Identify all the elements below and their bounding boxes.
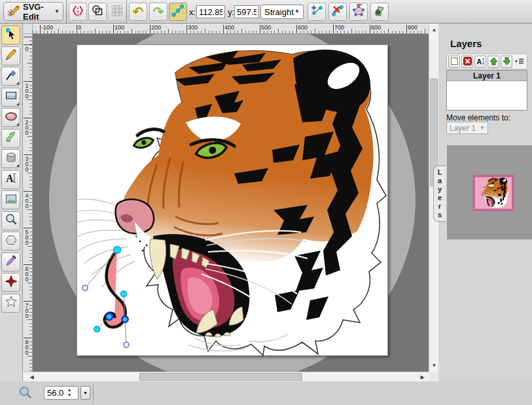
scroll-up-arrow[interactable]: ▲ [429, 25, 439, 35]
delete-node-button[interactable] [328, 3, 347, 21]
magnifier-icon [5, 213, 18, 228]
chevron-down-icon: ▼ [83, 391, 88, 395]
redo-button[interactable]: ↷ [149, 3, 168, 21]
top-toolbar: SVG-Edit ▼ s v g ↶ ↷ [0, 0, 532, 24]
image-icon [5, 192, 18, 208]
ruler-top-label: 900 [408, 24, 417, 31]
wireframe-icon [91, 4, 104, 20]
tool-shape-library[interactable] [1, 149, 20, 168]
ruler-left-label: 500 [24, 229, 30, 245]
y-coordinate-input[interactable] [234, 5, 259, 18]
svgedit-logo-icon [7, 4, 20, 20]
tool-text[interactable]: A [1, 170, 20, 189]
undo-icon: ↶ [133, 5, 144, 18]
zoom-spinner[interactable]: ▴ ▾ [68, 387, 71, 398]
svg-canvas[interactable] [77, 44, 388, 356]
undo-button[interactable]: ↶ [129, 3, 147, 21]
ruler-left-label: 300 [24, 156, 30, 171]
down-arrow-icon [503, 57, 511, 67]
four-point-star-icon [5, 275, 18, 291]
horizontal-scroll-thumb[interactable] [139, 373, 302, 381]
layer-list: Layer 1 [446, 70, 527, 111]
x-coordinate-label: x: [189, 7, 196, 17]
ruler-top-label: 500 [261, 24, 271, 31]
select-arrow-icon [5, 27, 18, 43]
edit-source-button[interactable]: s v g [69, 3, 87, 21]
delete-layer-button[interactable] [461, 56, 473, 68]
delete-node-icon [331, 4, 344, 20]
delete-layer-icon [463, 57, 472, 67]
segment-type-select[interactable]: Straight ▼ [260, 5, 304, 19]
move-elements-label: Move elements to: [446, 113, 510, 122]
add-node-icon [310, 4, 323, 20]
layer-menu-icon [515, 57, 524, 67]
tool-line[interactable] [1, 67, 20, 86]
pencil-icon [5, 48, 18, 63]
chevron-down-icon: ▼ [54, 9, 60, 14]
tool-image[interactable] [1, 190, 20, 209]
layers-panel-title: Layers [450, 38, 482, 49]
tool-pencil[interactable] [1, 46, 20, 65]
new-layer-button[interactable] [448, 56, 460, 68]
layer-more-options-button[interactable] [514, 56, 525, 68]
svg-source-icon: s v g [71, 4, 84, 20]
wireframe-mode-button[interactable] [88, 3, 107, 21]
control-handle[interactable] [82, 285, 88, 291]
ruler-top-label: 600 [298, 24, 308, 31]
ruler-left-label: 700 [24, 302, 30, 318]
move-elements-select[interactable]: Layer 1 ▼ [446, 122, 488, 134]
convert-to-path-button[interactable] [370, 3, 389, 21]
layer-row-active[interactable]: Layer 1 [447, 71, 527, 81]
hexagon-icon [5, 234, 18, 249]
path-edit-overlay [82, 247, 129, 348]
tool-ellipse[interactable] [1, 108, 20, 127]
tool-star4[interactable] [1, 273, 20, 292]
path-node[interactable] [114, 247, 121, 254]
cylinder-icon [5, 151, 18, 167]
rename-layer-button[interactable]: A [474, 56, 486, 68]
open-close-path-button[interactable] [349, 3, 368, 21]
move-layer-up-button[interactable] [488, 56, 499, 68]
drawing-thumbnail[interactable] [472, 175, 514, 211]
tiger-drawing [77, 45, 389, 357]
toolbar-separator [66, 0, 67, 24]
layers-side-panel: Layers A Layer 1 Move elements to: Layer… [438, 24, 532, 381]
path-node[interactable] [121, 291, 127, 297]
zoom-preset-dropdown[interactable]: ▼ [80, 386, 90, 400]
scroll-right-arrow[interactable]: ▶ [417, 372, 427, 382]
scroll-left-arrow[interactable]: ◀ [27, 372, 37, 382]
layers-tab-label: Layers [436, 168, 444, 219]
link-control-points-toggle[interactable] [169, 3, 187, 21]
node-link-icon [171, 4, 185, 20]
control-handle[interactable] [124, 342, 129, 347]
workarea[interactable] [33, 34, 429, 372]
text-tool-icon: A [5, 171, 18, 187]
layers-panel-tab[interactable]: Layers [433, 166, 446, 222]
tool-zoom[interactable] [1, 211, 20, 230]
tool-path[interactable] [1, 129, 20, 148]
scroll-down-arrow[interactable]: ▼ [429, 361, 439, 370]
eyedropper-icon [5, 254, 18, 270]
new-layer-icon [450, 57, 459, 67]
main-menu-button[interactable]: SVG-Edit ▼ [3, 2, 63, 21]
tool-polygon[interactable] [1, 232, 20, 251]
segment-type-value: Straight [264, 7, 294, 17]
grid-button[interactable] [108, 3, 126, 21]
spinner-down-icon[interactable]: ▾ [68, 393, 71, 398]
horizontal-scrollbar[interactable]: ◀ ▶ [23, 372, 429, 381]
path-node-selected[interactable] [122, 317, 128, 323]
zoom-level-input[interactable] [44, 386, 79, 400]
ruler-top-label: 400 [224, 24, 234, 31]
tool-rect[interactable] [1, 88, 20, 107]
scrollbar-corner [429, 372, 438, 381]
tool-eyedropper[interactable] [1, 253, 20, 272]
control-handle[interactable] [94, 326, 100, 332]
svg-text:g: g [77, 12, 79, 16]
tool-star5[interactable] [1, 294, 20, 313]
path-node-selected[interactable] [106, 313, 113, 320]
add-node-button[interactable] [308, 3, 326, 21]
tool-select[interactable] [1, 26, 20, 44]
tiger-thumbnail-art [475, 177, 512, 209]
move-layer-down-button[interactable] [501, 56, 512, 68]
x-coordinate-input[interactable] [196, 5, 225, 18]
